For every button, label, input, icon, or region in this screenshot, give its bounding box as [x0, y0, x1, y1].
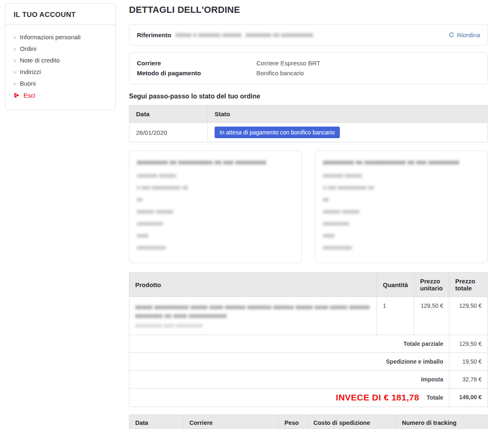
status-section-heading: Segui passo-passo lo stato del tuo ordin…	[129, 93, 488, 100]
product-header-total-price: Prezzo totale	[449, 273, 488, 297]
redacted-address-line: x xxx xxxxxxxxxx xx	[323, 184, 374, 191]
chevron-right-icon: ›	[14, 69, 16, 75]
redacted-shipping-address-title: xxxxxxxxx xx xxxxxxxxxx xx xxx xxxxxxxxx	[137, 158, 294, 165]
redacted-address-line: xxxxxxxxx	[323, 220, 349, 227]
tax-value: 32,78 €	[449, 371, 488, 388]
redacted-address-line: xxxxxxx xxxxxx	[137, 172, 176, 179]
redacted-address-line: xxxxxxxxxx	[323, 244, 352, 251]
shipping-header-row: Data Corriere Peso Costo di spedizione N…	[129, 415, 488, 429]
reorder-label: Riordina	[457, 31, 480, 38]
sidebar-item-label: Informazioni personali	[20, 34, 81, 41]
reference-label: Riferimento	[137, 31, 171, 38]
carrier-payment-card: Corriere Corriere Espresso BRT Metodo di…	[129, 52, 488, 84]
payment-method-row: Metodo di pagamento Bonifico bancario	[137, 68, 480, 78]
product-header-row: Prodotto Quantità Prezzo unitario Prezzo…	[129, 273, 488, 297]
product-row: xxxxx xxxxxxxxxx xxxxx xxxx xxxxxx xxxxx…	[129, 297, 488, 335]
redacted-product-name-line: xxxxx xxxxxxxxxx xxxxx xxxx xxxxxx xxxxx…	[135, 302, 370, 311]
reorder-button[interactable]: Riordina	[449, 31, 480, 38]
status-header-date: Data	[129, 105, 208, 123]
status-date-cell: 26/01/2020	[129, 123, 208, 142]
reorder-icon	[449, 32, 454, 38]
shipping-header-carrier: Corriere	[184, 415, 279, 429]
product-header-quantity: Quantità	[377, 273, 414, 297]
chevron-right-icon: ›	[14, 57, 16, 63]
redacted-address-line: xxxxxxx xxxxxx	[323, 172, 362, 179]
redacted-address-line: xxxxxx xxxxxx	[323, 208, 359, 215]
sidebar-item-indirizzi[interactable]: › Indirizzi	[14, 66, 107, 77]
chevron-right-icon: ›	[14, 80, 16, 86]
shipping-table: Data Corriere Peso Costo di spedizione N…	[129, 415, 488, 429]
sidebar-item-ordini[interactable]: › Ordini	[14, 43, 107, 54]
redacted-order-date: xxxxxxxx xx xxxxxxxxxx	[246, 31, 313, 38]
status-badge: In attesa di pagamento con bonifico banc…	[215, 127, 340, 138]
grand-total-label-cell: INVECE DI € 181,78 Totale	[129, 388, 449, 407]
page-title: DETTAGLI DELL'ORDINE	[129, 5, 488, 15]
shipping-cost-value: 19,50 €	[449, 353, 488, 371]
sidebar-item-informazioni-personali[interactable]: › Informazioni personali	[14, 31, 107, 43]
shipping-header-weight: Peso	[279, 415, 308, 429]
subtotal-value: 129,50 €	[449, 335, 488, 353]
payment-method-label: Metodo di pagamento	[137, 68, 256, 78]
sidebar-item-label: Ordini	[20, 45, 36, 52]
sidebar-item-label: Indirizzi	[20, 68, 41, 75]
product-quantity-cell: 1	[377, 297, 414, 335]
redacted-address-line: xxxx	[137, 232, 148, 239]
grand-total-label: Totale	[427, 394, 443, 401]
shipping-cost-label: Spedizione e imballo	[129, 353, 449, 371]
payment-method-value: Bonifico bancario	[256, 68, 304, 78]
product-table: Prodotto Quantità Prezzo unitario Prezzo…	[129, 272, 488, 407]
grand-total-value: 149,00 €	[449, 388, 488, 407]
redacted-address-line: xxxxxxxxx	[137, 220, 163, 227]
original-price-note: INVECE DI € 181,78	[336, 393, 419, 402]
product-name-cell: xxxxx xxxxxxxxxx xxxxx xxxx xxxxxx xxxxx…	[129, 297, 377, 335]
status-row: 26/01/2020 In attesa di pagamento con bo…	[129, 123, 488, 142]
sidebar-item-note-di-credito[interactable]: › Note di credito	[14, 54, 107, 66]
grand-total-row: INVECE DI € 181,78 Totale 149,00 €	[129, 388, 488, 407]
product-header-unit-price: Prezzo unitario	[414, 273, 449, 297]
sidebar-nav: › Informazioni personali › Ordini › Note…	[5, 25, 115, 110]
redacted-product-reference: xxxxxxxxxx xxxx xxxxxxxxxx	[135, 322, 203, 329]
subtotal-row: Totale parziale 129,50 €	[129, 335, 488, 353]
redacted-order-reference: xxxxx x xxxxxxx xxxxxx	[175, 31, 241, 38]
redacted-address-line: x xxx xxxxxxxxxx xx	[137, 184, 188, 191]
chevron-right-icon: ›	[14, 46, 16, 52]
sidebar-item-buoni[interactable]: › Buoni	[14, 77, 107, 89]
sidebar-item-logout[interactable]: Esci	[14, 89, 107, 101]
tax-row: Imposta 32,78 €	[129, 371, 488, 388]
status-header-row: Data Stato	[129, 105, 488, 123]
shipping-header-cost: Costo di spedizione	[308, 415, 396, 429]
redacted-product-name-line: xxxxxxxx xx xxxx xxxxxxxxxxx	[135, 311, 227, 320]
addresses-row: xxxxxxxxx xx xxxxxxxxxx xx xxx xxxxxxxxx…	[129, 151, 488, 263]
redacted-address-line: xxxx	[323, 232, 334, 239]
redacted-address-line: xxxxxx xxxxxx	[137, 208, 173, 215]
carrier-row: Corriere Corriere Espresso BRT	[137, 58, 480, 68]
carrier-value: Corriere Espresso BRT	[256, 58, 320, 68]
logout-icon	[14, 92, 20, 98]
sidebar-item-label: Note di credito	[20, 57, 60, 64]
sidebar-item-label: Buoni	[20, 80, 36, 87]
order-details-main: DETTAGLI DELL'ORDINE Riferimento xxxxx x…	[129, 0, 488, 429]
order-reference-card: Riferimento xxxxx x xxxxxxx xxxxxx xxxxx…	[129, 24, 488, 46]
product-unit-price-cell: 129,50 €	[414, 297, 449, 335]
shipping-header-date: Data	[129, 415, 184, 429]
product-total-price-cell: 129,50 €	[449, 297, 488, 335]
shipping-cost-row: Spedizione e imballo 19,50 €	[129, 353, 488, 371]
billing-address-card: xxxxxxxxx xx xxxxxxxxxxxx xx xxx xxxxxxx…	[315, 151, 488, 263]
redacted-billing-address-title: xxxxxxxxx xx xxxxxxxxxxxx xx xxx xxxxxxx…	[323, 158, 480, 165]
account-sidebar: IL TUO ACCOUNT › Informazioni personali …	[5, 3, 116, 110]
redacted-address-line: xx	[323, 196, 329, 203]
status-badge-cell: In attesa di pagamento con bonifico banc…	[208, 123, 488, 142]
shipping-header-tracking: Numero di tracking	[396, 415, 488, 429]
status-table: Data Stato 26/01/2020 In attesa di pagam…	[129, 105, 488, 142]
chevron-right-icon: ›	[14, 34, 16, 40]
logout-label: Esci	[24, 92, 35, 99]
tax-label: Imposta	[129, 371, 449, 388]
redacted-address-line: xx	[137, 196, 143, 203]
status-header-status: Stato	[208, 105, 488, 123]
carrier-label: Corriere	[137, 58, 256, 68]
shipping-address-card: xxxxxxxxx xx xxxxxxxxxx xx xxx xxxxxxxxx…	[129, 151, 302, 263]
product-header-product: Prodotto	[129, 273, 377, 297]
sidebar-title: IL TUO ACCOUNT	[5, 4, 115, 25]
subtotal-label: Totale parziale	[129, 335, 449, 353]
redacted-address-line: xxxxxxxxxx	[137, 244, 166, 251]
